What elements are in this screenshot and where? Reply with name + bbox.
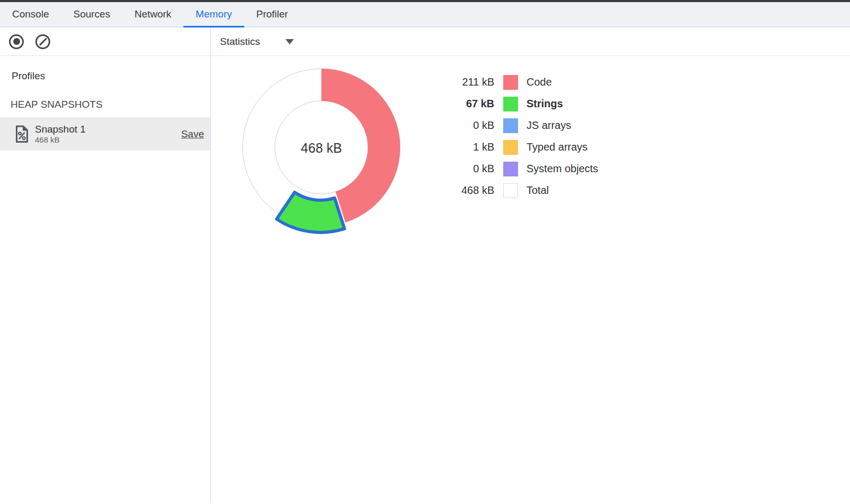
legend-row-strings[interactable]: 67 kB Strings [444, 93, 598, 115]
statistics-view-dropdown[interactable]: Statistics [217, 34, 297, 50]
record-icon [9, 34, 24, 49]
toolbar-left-section [0, 27, 211, 55]
legend-value: 211 kB [444, 76, 494, 88]
snapshot-size: 468 kB [35, 135, 181, 145]
chart-legend: 211 kB Code 67 kB Strings 0 kB JS arrays… [444, 71, 598, 201]
legend-row-js-arrays[interactable]: 0 kB JS arrays [444, 115, 598, 136]
legend-value: 0 kB [444, 163, 494, 175]
profiles-sidebar: Profiles HEAP SNAPSHOTS Snapshot 1 468 k… [0, 56, 211, 503]
snapshot-name: Snapshot 1 [35, 123, 181, 135]
legend-row-typed-arrays[interactable]: 1 kB Typed arrays [444, 136, 598, 158]
legend-label: System objects [526, 163, 598, 175]
system-objects-color-swatch [503, 162, 518, 176]
chevron-down-icon [285, 39, 294, 44]
legend-label: Total [526, 184, 549, 197]
tab-console[interactable]: Console [0, 2, 61, 26]
heap-snapshots-header: HEAP SNAPSHOTS [11, 99, 210, 110]
legend-row-code[interactable]: 211 kB Code [444, 71, 598, 93]
snapshot-info: Snapshot 1 468 kB [35, 123, 181, 145]
total-color-swatch [503, 183, 518, 198]
legend-label: Strings [526, 98, 563, 110]
legend-value: 0 kB [444, 119, 494, 132]
chart-center-label: 468 kB [269, 141, 374, 156]
legend-label: JS arrays [526, 119, 571, 132]
panel-tabbar: Console Sources Network Memory Profiler [0, 2, 850, 27]
legend-row-system-objects[interactable]: 0 kB System objects [444, 158, 598, 180]
donut-slice-strings[interactable] [276, 192, 344, 232]
typed-arrays-color-swatch [503, 140, 518, 155]
record-heap-snapshot-button[interactable] [8, 34, 24, 50]
memory-toolbar: Statistics [0, 27, 850, 56]
profiles-title: Profiles [12, 70, 210, 82]
heap-snapshot-file-icon [15, 125, 29, 143]
strings-color-swatch [503, 97, 518, 111]
tab-sources[interactable]: Sources [61, 2, 123, 26]
code-color-swatch [503, 75, 518, 90]
clear-icon [35, 34, 50, 49]
tab-network[interactable]: Network [122, 2, 183, 26]
tab-memory[interactable]: Memory [183, 2, 244, 26]
legend-value: 1 kB [444, 141, 494, 153]
js-arrays-color-swatch [503, 118, 518, 133]
statistics-view: 468 kB 211 kB Code 67 kB Strings 0 kB JS… [211, 56, 850, 503]
toolbar-right-section: Statistics [211, 27, 850, 55]
snapshot-list-item[interactable]: Snapshot 1 468 kB Save [0, 117, 210, 151]
statistics-view-label: Statistics [220, 36, 260, 48]
heap-donut-chart: 468 kB [232, 61, 406, 244]
legend-label: Typed arrays [526, 141, 588, 153]
save-snapshot-link[interactable]: Save [181, 128, 204, 140]
panel-body: Profiles HEAP SNAPSHOTS Snapshot 1 468 k… [0, 56, 850, 503]
clear-profiles-button[interactable] [35, 34, 51, 50]
tab-profiler[interactable]: Profiler [244, 2, 300, 26]
legend-label: Code [526, 76, 552, 88]
legend-value: 468 kB [444, 184, 494, 197]
legend-row-total[interactable]: 468 kB Total [444, 180, 598, 201]
devtools-memory-panel: Console Sources Network Memory Profiler … [0, 0, 850, 504]
legend-value: 67 kB [444, 98, 494, 110]
